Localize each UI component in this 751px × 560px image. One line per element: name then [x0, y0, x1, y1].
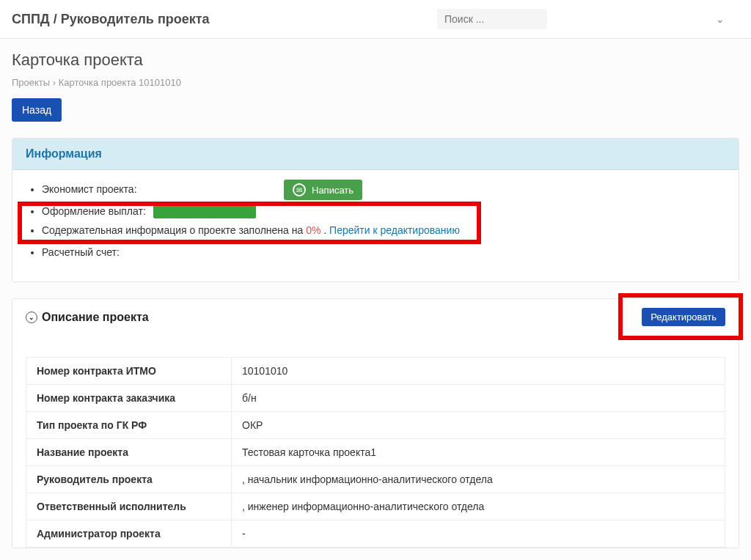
message-icon: ✉: [293, 183, 306, 196]
write-button-label: Написать: [312, 185, 353, 196]
row-value: б/н: [232, 385, 725, 412]
breadcrumb-root[interactable]: Проекты: [12, 77, 50, 88]
info-panel: Информация ✉ Написать Экономист проекта:…: [12, 138, 739, 282]
breadcrumb-current: Карточка проекта 10101010: [59, 77, 181, 88]
row-value: ОКР: [232, 412, 725, 439]
row-key: Название проекта: [26, 439, 232, 466]
row-value: , начальник информационно-аналитического…: [232, 466, 725, 493]
description-title-wrap[interactable]: ⌄ Описание проекта: [26, 311, 149, 324]
row-key: Тип проекта по ГК РФ: [26, 412, 232, 439]
details-tbody: Номер контракта ИТМО10101010Номер контра…: [26, 358, 725, 548]
row-value: Тестовая карточка проекта1: [232, 439, 725, 466]
info-item-content: Содержательная информация о проекте запо…: [42, 224, 722, 236]
description-head: ⌄ Описание проекта Редактировать: [12, 299, 739, 335]
topbar: СППД / Руководитель проекта ⌄: [0, 0, 751, 39]
info-item-account: Расчетный счет:: [42, 246, 722, 258]
table-row: Тип проекта по ГК РФОКР: [26, 412, 725, 439]
info-panel-title: Информация: [12, 139, 739, 170]
details-table: Номер контракта ИТМО10101010Номер контра…: [26, 357, 725, 548]
row-value: , инженер информационно-аналитического о…: [232, 493, 725, 520]
breadcrumb: Проекты › Карточка проекта 10101010: [12, 77, 739, 88]
table-row: Ответственный исполнитель, инженер инфор…: [26, 493, 725, 520]
goto-edit-link[interactable]: Перейти к редактированию: [329, 224, 460, 236]
page-title: Карточка проекта: [12, 51, 739, 70]
chevron-down-icon[interactable]: ⌄: [716, 13, 725, 25]
row-key: Руководитель проекта: [26, 466, 232, 493]
info-item-payments: Оформление выплат:: [42, 205, 722, 218]
description-panel: ⌄ Описание проекта Редактировать Номер к…: [12, 298, 739, 548]
chevron-down-circle-icon: ⌄: [26, 312, 37, 323]
info-list: ✉ Написать Экономист проекта: Оформление…: [29, 183, 722, 258]
edit-button[interactable]: Редактировать: [642, 308, 725, 326]
row-value: -: [232, 520, 725, 548]
row-key: Ответственный исполнитель: [26, 493, 232, 520]
info-item-economist: Экономист проекта:: [42, 183, 722, 195]
table-row: Администратор проекта-: [26, 520, 725, 548]
search-input[interactable]: [437, 9, 547, 29]
table-row: Номер контракта заказчикаб/н: [26, 385, 725, 412]
completion-percent: 0%: [306, 224, 320, 236]
row-key: Администратор проекта: [26, 520, 232, 548]
payments-badge: [153, 205, 256, 218]
table-row: Руководитель проекта, начальник информац…: [26, 466, 725, 493]
row-value: 10101010: [232, 358, 725, 385]
row-key: Номер контракта ИТМО: [26, 358, 232, 385]
breadcrumb-sep: ›: [53, 77, 56, 88]
write-button[interactable]: ✉ Написать: [284, 180, 362, 200]
table-row: Название проектаТестовая карточка проект…: [26, 439, 725, 466]
content-area: Карточка проекта Проекты › Карточка прое…: [0, 39, 751, 560]
row-key: Номер контракта заказчика: [26, 385, 232, 412]
table-row: Номер контракта ИТМО10101010: [26, 358, 725, 385]
info-panel-body: ✉ Написать Экономист проекта: Оформление…: [12, 170, 739, 281]
description-title: Описание проекта: [42, 311, 149, 324]
app-title: СППД / Руководитель проекта: [12, 12, 210, 27]
back-button[interactable]: Назад: [12, 98, 62, 122]
